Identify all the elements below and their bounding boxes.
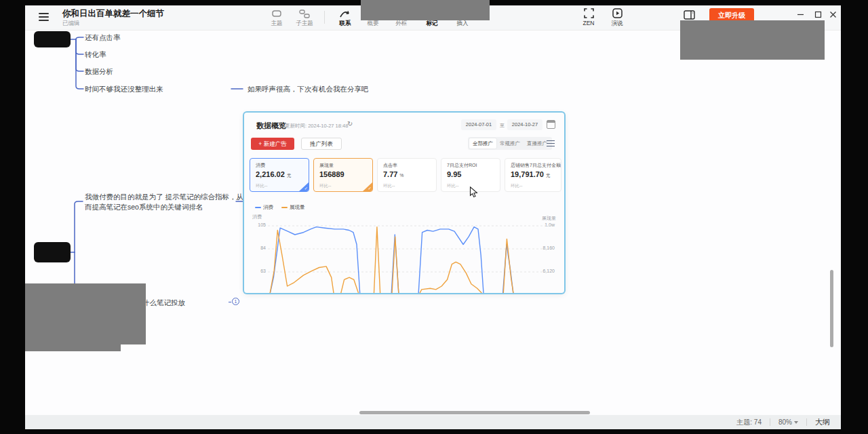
y-tick: 84 <box>247 245 266 250</box>
tool-subtopic-label: 子主题 <box>290 20 319 28</box>
metric-label: 点击率 <box>383 162 397 169</box>
refresh-icon: ↻ <box>347 120 353 127</box>
legend-swatch-impressions <box>281 207 288 208</box>
mindmap-node-note-placement[interactable]: 什么笔记投放 <box>142 298 185 308</box>
tool-boundary-label: 外框 <box>387 20 416 28</box>
legend-label: 消费 <box>263 204 273 211</box>
date-from-field: 2024-07-01 <box>461 119 496 130</box>
dashboard-promo-list-button: 推广列表 <box>301 138 342 150</box>
tool-summary-label: 概要 <box>358 20 388 28</box>
mindmap-canvas[interactable]: 还有点击率 转化率 数据分析 时间不够我还没整理出来 如果呼声很高，下次有机会我… <box>25 31 841 415</box>
tool-relation-button[interactable]: 联系 <box>330 7 360 28</box>
tool-insert-label: 插入 <box>448 20 477 28</box>
chart-legend: 消费 展现量 <box>255 204 305 211</box>
metric-compare: 环比-- <box>447 183 458 189</box>
dashboard-updated-time: 更新时间: 2024-10-27 18:48 <box>285 123 348 130</box>
tool-subtopic-button[interactable]: 子主题 <box>290 7 319 28</box>
zoom-control[interactable]: 80% <box>778 418 798 426</box>
hamburger-menu-button[interactable] <box>39 13 50 22</box>
legend-label: 展现量 <box>290 204 305 211</box>
y-tick: 63 <box>247 269 266 273</box>
metric-compare: 环比-- <box>319 183 331 189</box>
calendar-icon <box>547 120 555 129</box>
redacted-topic-node[interactable] <box>34 31 71 47</box>
metric-value: 2,216.02 元 <box>256 170 291 179</box>
subtopic-icon <box>290 7 319 19</box>
relation-icon <box>330 7 360 19</box>
legend-swatch-spend <box>255 207 261 208</box>
metric-compare: 环比-- <box>256 183 267 189</box>
list-view-icon <box>547 140 555 147</box>
right-axis-label: 展现量 <box>533 215 556 222</box>
relation-count-badge[interactable]: 1 <box>232 298 239 305</box>
dashboard-image-node[interactable]: 数据概览 更新时间: 2024-10-27 18:48 ↻ 2024-07-01… <box>244 113 564 293</box>
statusbar: 主题: 74 80% 大纲 <box>25 415 841 429</box>
topic-icon <box>262 7 292 19</box>
metric-compare: 环比-- <box>511 183 522 189</box>
check-icon: ✓ <box>368 186 372 191</box>
metric-card-impressions: 展现量 156889 环比-- ✓ <box>313 158 373 192</box>
tool-topic-button[interactable]: 主题 <box>262 7 292 28</box>
topic-count: 主题: 74 <box>736 418 762 427</box>
mindmap-node-click-rate[interactable]: 还有点击率 <box>85 33 121 43</box>
y-tick-right: 6,120 <box>530 269 555 273</box>
tab-all-promo: 全部推广 <box>469 138 496 149</box>
metric-compare: 环比-- <box>383 183 395 189</box>
mindmap-node-not-enough-time[interactable]: 时间不够我还没整理出来 <box>85 85 163 94</box>
toolbar-divider <box>324 11 325 24</box>
metric-value: 7.77 % <box>383 170 403 178</box>
date-separator: 至 <box>500 122 505 129</box>
metric-label: 7日总支付ROI <box>447 162 477 169</box>
badge-connector <box>229 302 231 302</box>
metric-value: 9.95 <box>447 170 461 178</box>
dashboard-promo-tabs: 全部推广 常规推广 直播推广 <box>468 137 552 150</box>
horizontal-scrollbar[interactable] <box>359 411 590 414</box>
mindmap-node-data-analysis[interactable]: 数据分析 <box>85 67 113 77</box>
tool-relation-label: 联系 <box>330 20 360 28</box>
tool-topic-label: 主题 <box>262 20 292 28</box>
redaction-box <box>25 344 121 351</box>
redaction-box <box>680 20 825 60</box>
sidebar-panel-icon <box>674 9 704 20</box>
metric-label: 展现量 <box>319 162 334 169</box>
redaction-box <box>25 283 146 344</box>
panel-toggle-button[interactable] <box>674 9 704 20</box>
metric-value: 156889 <box>319 170 344 178</box>
zen-icon <box>574 7 604 19</box>
close-button[interactable] <box>824 7 841 21</box>
mindmap-node-paid-purpose[interactable]: 我做付费的目的就是为了 提示笔记的综合指标，从而提高笔记在seo系统中的关键词排… <box>85 192 245 212</box>
mindmap-node-conversion-rate[interactable]: 转化率 <box>85 50 106 60</box>
redacted-topic-node[interactable] <box>34 242 71 262</box>
chevron-down-icon <box>794 421 798 424</box>
outline-toggle[interactable]: 大纲 <box>815 417 830 427</box>
y-tick-right: 1.0w <box>530 222 555 227</box>
metric-label: 消费 <box>256 162 265 169</box>
redaction-box <box>361 0 490 20</box>
present-button[interactable]: 演说 <box>602 7 632 28</box>
tab-regular-promo: 常规推广 <box>496 138 524 149</box>
metric-card-spend: 消费 2,216.02 元 环比-- ✓ <box>250 158 309 192</box>
document-title: 你和日出百单就差一个细节 <box>62 8 164 20</box>
tool-marker-label: 标记 <box>417 20 447 28</box>
mindmap-node-share-note[interactable]: 如果呼声很高，下次有机会我在分享吧 <box>248 85 369 94</box>
app-window: 你和日出百单就差一个细节 已编辑 主题 子主题 联系 概要 <box>25 5 841 429</box>
vertical-scrollbar[interactable] <box>830 270 833 347</box>
metric-card-ctr: 点击率 7.77 % 环比-- ✓ <box>377 158 437 192</box>
statusbar-divider <box>806 418 807 426</box>
zen-label: ZEN <box>574 20 604 26</box>
statusbar-divider <box>770 418 770 426</box>
present-play-icon <box>602 7 632 19</box>
metric-card-store-pay-amount: 店铺销售7日总支付金额 19,791.70 元 环比-- ✓ <box>505 158 561 192</box>
check-icon: ✓ <box>304 186 308 191</box>
left-axis-label: 消费 <box>252 214 262 220</box>
present-label: 演说 <box>602 20 632 28</box>
date-to-field: 2024-10-27 <box>507 119 542 130</box>
y-tick: 105 <box>247 222 266 227</box>
minimize-button[interactable] <box>791 7 809 21</box>
edit-status: 已编辑 <box>62 20 80 28</box>
dashboard-new-ad-button: + 新建广告 <box>251 138 294 150</box>
metric-label: 店铺销售7日总支付金额 <box>511 162 561 169</box>
dashboard-title: 数据概览 <box>256 121 286 131</box>
zen-mode-button[interactable]: ZEN <box>574 7 604 26</box>
metric-card-roi: 7日总支付ROI 9.95 环比-- ✓ <box>441 158 500 192</box>
